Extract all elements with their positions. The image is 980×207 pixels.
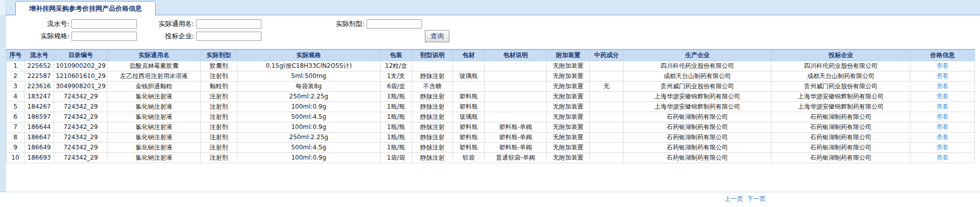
table-cell: 无附加装置 (547, 112, 590, 122)
price-info-cell: 查看 (911, 122, 975, 132)
table-cell: 无 (590, 81, 624, 91)
view-price-link[interactable]: 查看 (937, 72, 949, 80)
table-cell (590, 112, 624, 122)
table-cell: 724342_29 (54, 91, 108, 101)
price-info-table: 序号流水号目录编号实际通用名实际剂型实际规格包装剂型说明包材包材说明附加装置中药… (6, 49, 975, 163)
table-row: 9186649724342_29氯化钠注射液注射剂500ml:4.5g1瓶/瓶静… (7, 142, 975, 152)
table-cell: 每袋装8g (237, 81, 380, 91)
generic-name-input[interactable] (196, 19, 261, 29)
table-cell: 10 (7, 152, 25, 163)
serial-no-input[interactable] (71, 19, 137, 29)
table-cell: 724342_29 (54, 132, 108, 142)
table-cell: 1瓶/瓶 (380, 112, 412, 122)
column-header-14: 投标企业 (772, 49, 911, 61)
column-header-15: 价格信息 (911, 49, 975, 61)
table-cell: 成都天台山制药有限公司 (624, 71, 772, 81)
table-cell: 氯化钠注射液 (108, 142, 201, 152)
next-page-link[interactable]: 下一页 (747, 195, 766, 203)
table-cell: 石药银湖制药有限公司 (624, 152, 772, 163)
table-cell: 静脉注射 (412, 91, 453, 101)
table-cell: 无附加装置 (547, 61, 590, 71)
column-header-9: 包材 (453, 49, 485, 61)
table-row: 5184267724342_29氯化钠注射液注射剂100ml:0.9g1瓶/瓶静… (7, 101, 975, 112)
spec-input[interactable] (71, 32, 137, 41)
view-price-link[interactable]: 查看 (937, 62, 949, 69)
table-cell: 氯化钠注射液 (108, 112, 201, 122)
view-price-link[interactable]: 查看 (937, 154, 949, 161)
bidder-input[interactable] (196, 32, 261, 41)
table-cell: 石药银湖制药有限公司 (772, 132, 911, 142)
table-cell: 注射剂 (201, 91, 237, 101)
view-price-link[interactable]: 查看 (937, 93, 949, 100)
table-cell: 724342_29 (54, 112, 108, 122)
table-cell (590, 152, 624, 163)
table-cell: 塑料瓶 (453, 101, 485, 112)
view-price-link[interactable]: 查看 (937, 83, 949, 90)
table-cell: 氯化钠注射液 (108, 122, 201, 132)
table-cell: 223616 (25, 81, 54, 91)
table-cell (590, 101, 624, 112)
search-form-row-1: 流水号: 实际通用名: 实际剂型: (6, 18, 980, 30)
price-info-cell: 查看 (911, 91, 975, 101)
page-title: 增补挂网采购参考价挂网产品价格信息 (29, 5, 142, 12)
pagination: 上一页 下一页 (0, 192, 980, 206)
search-form-row-2: 实际规格: 投标企业: 查询 (6, 30, 980, 42)
table-row: 32236163049908201_29金钱胆通颗粒颗粒剂每袋装8g6袋/盒不含… (7, 81, 975, 91)
table-cell (590, 91, 624, 101)
table-cell (485, 61, 547, 71)
bidder-label: 投标企业: (137, 32, 196, 41)
table-cell: 石药银湖制药有限公司 (624, 112, 772, 122)
price-info-cell: 查看 (911, 152, 975, 163)
table-cell: 普通软袋-单阀 (485, 152, 547, 163)
table-cell: 颗粒剂 (201, 81, 237, 91)
column-header-13: 生产企业 (624, 49, 772, 61)
table-cell: 氯化钠注射液 (108, 91, 201, 101)
view-price-link[interactable]: 查看 (937, 134, 949, 141)
view-price-link[interactable]: 查看 (937, 144, 949, 151)
column-header-10: 包材说明 (485, 49, 547, 61)
query-button[interactable]: 查询 (425, 30, 449, 42)
table-cell: 724342_29 (54, 101, 108, 112)
dosage-form-label: 实际剂型: (261, 19, 367, 29)
prev-page-link[interactable]: 上一页 (725, 195, 743, 203)
column-header-7: 包装 (380, 49, 412, 61)
serial-no-label: 流水号: (6, 19, 71, 29)
table-cell: 石药银湖制药有限公司 (624, 122, 772, 132)
column-header-3: 目录编号 (54, 49, 108, 61)
table-cell: 石药银湖制药有限公司 (772, 152, 911, 163)
table-cell: 1支/支 (380, 71, 412, 81)
dosage-form-input[interactable] (367, 19, 422, 29)
column-header-2: 流水号 (25, 49, 54, 61)
table-cell: 上海华源安徽锦辉制药有限公司 (624, 91, 772, 101)
table-cell (485, 81, 547, 91)
table-cell: 183247 (25, 91, 54, 101)
table-cell: 塑料瓶 (453, 122, 485, 132)
column-header-8: 剂型说明 (412, 49, 453, 61)
table-row: 7186644724342_29氯化钠注射液注射剂100ml:0.9g1瓶/瓶静… (7, 122, 975, 132)
price-info-cell: 查看 (911, 71, 975, 81)
view-price-link[interactable]: 查看 (937, 123, 949, 131)
table-cell: 250ml:2.25g (237, 132, 380, 142)
table-cell: 4 (7, 91, 25, 101)
table-cell: 无附加装置 (547, 101, 590, 112)
table-cell: 石药银湖制药有限公司 (772, 142, 911, 152)
view-price-link[interactable]: 查看 (937, 103, 949, 110)
table-cell (453, 81, 485, 91)
table-cell: 186644 (25, 122, 54, 132)
table-cell: 500ml:4.5g (237, 112, 380, 122)
page-title-tab[interactable]: 增补挂网采购参考价挂网产品价格信息 (15, 1, 156, 15)
table-cell: 静脉注射 (412, 71, 453, 81)
view-price-link[interactable]: 查看 (937, 113, 949, 120)
table-cell: 225652 (25, 61, 54, 71)
table-cell: 100ml:0.9g (237, 152, 380, 163)
table-cell: 胶囊剂 (201, 61, 237, 71)
table-row: 12256521010900202_29盐酸克林霉素胶囊胶囊剂0.15g(按C1… (7, 61, 975, 71)
table-cell: 186597 (25, 112, 54, 122)
table-cell (485, 112, 547, 122)
table-cell: 2 (7, 71, 25, 81)
column-header-1: 序号 (7, 49, 25, 61)
table-cell: 100ml:0.9g (237, 101, 380, 112)
table-cell: 石药银湖制药有限公司 (624, 142, 772, 152)
table-cell: 石药银湖制药有限公司 (772, 122, 911, 132)
table-cell (453, 61, 485, 71)
